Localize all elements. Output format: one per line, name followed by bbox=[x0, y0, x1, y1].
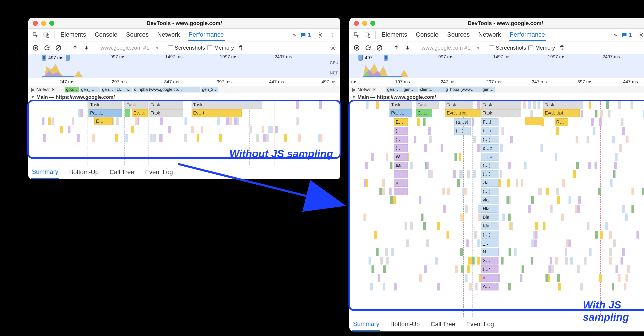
flame-bar[interactable]: z…e bbox=[481, 144, 498, 152]
more-tabs-icon[interactable]: » bbox=[614, 32, 617, 38]
network-bar[interactable]: gen… bbox=[402, 87, 418, 92]
messages-badge[interactable]: 1 bbox=[300, 31, 311, 38]
device-toggle-icon[interactable] bbox=[363, 30, 372, 40]
flame-bar[interactable]: b…e bbox=[481, 127, 498, 135]
titlebar[interactable]: DevTools - www.google.com/ bbox=[349, 18, 644, 29]
network-bar[interactable]: hpba (www.google.co… bbox=[137, 87, 200, 92]
tab-bottom-up[interactable]: Bottom-Up bbox=[68, 166, 100, 178]
messages-badge[interactable]: 1 bbox=[621, 31, 632, 38]
flame-bar[interactable]: Task bbox=[445, 101, 472, 109]
more-tabs-icon[interactable]: » bbox=[293, 32, 296, 38]
tab-summary[interactable]: Summary bbox=[31, 166, 59, 179]
flame-bar[interactable]: N… bbox=[481, 248, 498, 256]
flame-bar[interactable]: Hla bbox=[481, 205, 498, 213]
flame-bar[interactable]: E… bbox=[394, 118, 408, 126]
memory-checkbox[interactable]: Memory bbox=[207, 45, 234, 51]
flame-bar[interactable]: (…) bbox=[481, 136, 498, 144]
flame-bar[interactable]: d bbox=[481, 274, 498, 282]
flame-bar[interactable]: p bbox=[394, 179, 408, 187]
network-bar[interactable]: hpba (www… bbox=[449, 87, 481, 92]
flame-bar[interactable]: A… bbox=[481, 283, 498, 291]
flame-bar[interactable]: (…) bbox=[454, 127, 471, 135]
clear-icon[interactable] bbox=[375, 43, 384, 52]
flame-bar[interactable]: _… bbox=[481, 239, 498, 247]
record-icon[interactable] bbox=[31, 43, 40, 52]
flame-bar[interactable]: ea bbox=[394, 162, 408, 169]
recording-dropdown[interactable]: www.google.com #1 ▾ bbox=[420, 45, 482, 51]
tab-sources[interactable]: Sources bbox=[125, 29, 150, 41]
flame-bar[interactable] bbox=[125, 109, 130, 117]
tab-sources[interactable]: Sources bbox=[446, 29, 471, 41]
flame-bar[interactable]: (… bbox=[394, 144, 408, 152]
flame-bar[interactable]: Task bbox=[125, 101, 148, 109]
flame-bar[interactable]: (… bbox=[394, 136, 408, 144]
flame-bar[interactable]: Task bbox=[390, 101, 412, 109]
network-bar[interactable]: gen… bbox=[481, 87, 495, 92]
flame-bar[interactable] bbox=[394, 170, 408, 178]
flame-bar[interactable]: t…r bbox=[481, 265, 498, 273]
flame-bar[interactable]: Eval…ipt bbox=[543, 109, 580, 117]
tab-call-tree[interactable]: Call Tree bbox=[430, 318, 456, 331]
flame-bar[interactable] bbox=[394, 187, 408, 195]
flame-bar[interactable]: Ev…t bbox=[132, 109, 148, 117]
flame-bar[interactable]: Kla bbox=[481, 222, 498, 230]
tab-elements[interactable]: Elements bbox=[380, 29, 408, 41]
flame-bar[interactable]: Task bbox=[192, 101, 262, 109]
flame-bar[interactable]: Task bbox=[88, 101, 122, 109]
flame-bar[interactable]: E… bbox=[94, 118, 113, 125]
tab-bottom-up[interactable]: Bottom-Up bbox=[390, 318, 421, 331]
flame-bar[interactable]: Eval…ript bbox=[445, 109, 484, 117]
screenshots-checkbox[interactable]: Screenshots bbox=[168, 45, 205, 51]
flame-bar[interactable]: Pa…L bbox=[390, 109, 412, 117]
record-icon[interactable] bbox=[352, 43, 361, 52]
flame-bar[interactable]: W bbox=[394, 153, 408, 161]
settings-gear-icon[interactable] bbox=[315, 30, 324, 40]
flame-bar[interactable]: zla bbox=[481, 179, 498, 187]
capture-settings-gear-icon[interactable] bbox=[328, 43, 338, 52]
flame-bar[interactable]: Task bbox=[481, 109, 521, 117]
network-bar[interactable]: gen_2… bbox=[201, 87, 218, 92]
tab-network[interactable]: Network bbox=[478, 29, 502, 41]
garbage-collect-icon[interactable] bbox=[557, 43, 566, 52]
memory-checkbox[interactable]: Memory bbox=[528, 45, 555, 51]
tab-console[interactable]: Console bbox=[415, 29, 440, 41]
settings-gear-icon[interactable] bbox=[636, 30, 644, 40]
flame-bar[interactable]: Task bbox=[149, 109, 183, 117]
flame-bar[interactable]: (a…s) bbox=[454, 118, 471, 126]
titlebar[interactable]: DevTools - www.google.com/ bbox=[28, 18, 340, 29]
recording-dropdown[interactable]: www.google.com #1 ▾ bbox=[98, 45, 160, 51]
flame-bar[interactable]: Bla bbox=[481, 213, 498, 221]
network-bar[interactable]: goo… bbox=[65, 87, 79, 92]
flame-bar[interactable]: C…t bbox=[416, 109, 432, 117]
flame-bar[interactable]: (…) bbox=[481, 170, 498, 178]
tab-summary[interactable]: Summary bbox=[352, 318, 380, 331]
tab-network[interactable]: Network bbox=[156, 29, 181, 41]
flame-bar[interactable]: (…) bbox=[481, 187, 498, 195]
tab-console[interactable]: Console bbox=[94, 29, 118, 41]
flame-chart-right[interactable]: TaskTaskTaskTaskTaskPa…LC…tEval…riptTask… bbox=[349, 101, 644, 317]
garbage-collect-icon[interactable] bbox=[236, 43, 246, 52]
network-bar[interactable]: c bbox=[133, 87, 137, 92]
kebab-menu-icon[interactable] bbox=[328, 30, 338, 40]
inspect-icon[interactable] bbox=[31, 30, 40, 40]
main-thread-label[interactable]: ▼Main — https://www.google.com/ bbox=[28, 93, 340, 101]
network-bar[interactable]: n… bbox=[124, 87, 132, 92]
flame-bar[interactable]: Task bbox=[149, 101, 183, 109]
network-bar[interactable]: gen… bbox=[101, 87, 115, 92]
reload-icon[interactable] bbox=[364, 43, 373, 52]
flame-bar[interactable]: Task bbox=[543, 101, 583, 109]
timeline-overview[interactable]: || 497 || 997 ms 1497 ms 1997 ms 2497 ms bbox=[349, 54, 644, 78]
network-track[interactable]: ▶ Network goo…gen_…gen…cl…n…chpba (www.g… bbox=[28, 86, 340, 93]
timeline-overview[interactable]: || 497 ms || 997 ms 1497 ms 1997 ms 2497… bbox=[28, 54, 340, 78]
flame-bar[interactable]: R… bbox=[554, 118, 568, 126]
download-icon[interactable] bbox=[82, 43, 91, 52]
reload-icon[interactable] bbox=[42, 43, 52, 52]
timeline-ruler[interactable]: 247 ms 297 ms 347 ms 397 ms 447 ms 497 m… bbox=[28, 78, 340, 86]
network-track[interactable]: ▶ Network gen…gen…client…g…hpba (www…gen… bbox=[349, 86, 644, 93]
tab-event-log[interactable]: Event Log bbox=[144, 166, 174, 178]
inspect-icon[interactable] bbox=[352, 30, 361, 40]
network-bar[interactable]: gen… bbox=[386, 87, 402, 92]
tab-performance[interactable]: Performance bbox=[509, 29, 546, 41]
flame-bar[interactable]: X… bbox=[481, 257, 498, 265]
flame-bar[interactable]: _…a bbox=[481, 153, 498, 161]
